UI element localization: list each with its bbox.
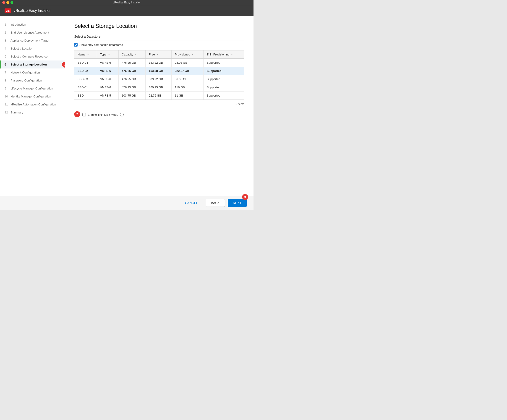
sort-icon: ▼ — [108, 53, 110, 56]
footer: CANCEL BACK 3 NEXT — [0, 196, 254, 210]
sidebar-item-11[interactable]: 11vRealize Automation Configuration — [0, 100, 65, 108]
thin-disk-label: Enable Thin Disk Mode — [88, 113, 118, 116]
sidebar-item-label: Summary — [10, 111, 23, 114]
table-header-row: Name▼Type▼Capacity▼Free▼Provisioned▼Thin… — [74, 50, 244, 59]
table-row[interactable]: SSDVMFS-5103.75 GB92.75 GB11 GBSupported — [74, 92, 244, 100]
table-cell: 11 GB — [171, 92, 203, 100]
thin-disk-info-icon[interactable]: i — [120, 113, 124, 116]
sidebar-step-num: 3 — [5, 39, 9, 42]
table-cell: 389.92 GB — [145, 75, 171, 83]
sidebar-item-12[interactable]: 12Summary — [0, 108, 65, 116]
column-label: Provisioned — [175, 53, 190, 56]
table-cell: 476.25 GB — [119, 67, 145, 75]
sidebar-item-label: Select a Compute Resource — [10, 55, 48, 58]
table-cell: VMFS-6 — [97, 59, 119, 67]
datastore-table-container: Name▼Type▼Capacity▼Free▼Provisioned▼Thin… — [74, 50, 244, 100]
table-cell: Supported — [203, 67, 244, 75]
sidebar: 1Introduction2End User License Agreement… — [0, 16, 65, 196]
sidebar-item-label: Password Configuration — [10, 79, 42, 82]
table-cell: 153.38 GB — [145, 67, 171, 75]
next-button-container: 3 NEXT — [228, 199, 247, 207]
table-cell: 86.33 GB — [171, 75, 203, 83]
sidebar-item-10[interactable]: 10Identity Manager Configuration — [0, 93, 65, 100]
annotation-badge-3: 3 — [242, 194, 248, 200]
titlebar: vRealize Easy Installer — [0, 0, 254, 5]
column-label: Capacity — [122, 53, 134, 56]
table-cell: 322.87 GB — [171, 67, 203, 75]
table-cell: Supported — [203, 59, 244, 67]
main-container: 1Introduction2End User License Agreement… — [0, 16, 254, 196]
table-cell: 476.25 GB — [119, 59, 145, 67]
sidebar-item-2[interactable]: 2End User License Agreement — [0, 28, 65, 36]
cancel-button[interactable]: CANCEL — [180, 199, 203, 206]
sidebar-item-label: Introduction — [10, 23, 26, 26]
table-column-header[interactable]: Provisioned▼ — [171, 50, 203, 59]
table-column-header[interactable]: Thin Provisioning▼ — [203, 50, 244, 59]
table-row[interactable]: SSD-03VMFS-6476.25 GB389.92 GB86.33 GBSu… — [74, 75, 244, 83]
table-cell: Supported — [203, 75, 244, 83]
show-compatible-row: Show only compatible datastores — [74, 43, 244, 47]
sidebar-step-num: 12 — [5, 111, 9, 114]
table-cell: VMFS-6 — [97, 83, 119, 92]
show-compatible-checkbox[interactable] — [74, 43, 77, 47]
content-area: Select a Storage Location Select a Datas… — [65, 16, 254, 196]
sidebar-step-num: 2 — [5, 31, 9, 34]
sidebar-item-label: Identity Manager Configuration — [10, 95, 51, 98]
sort-icon: ▼ — [192, 53, 194, 56]
sidebar-item-label: Appliance Deployment Target — [10, 39, 49, 42]
sidebar-item-label: Network Configuration — [10, 71, 40, 74]
table-cell: 92.75 GB — [145, 92, 171, 100]
sidebar-item-6[interactable]: 6Select a Storage Location1 — [0, 60, 65, 69]
table-row[interactable]: SSD-02VMFS-6476.25 GB153.38 GB322.87 GBS… — [74, 67, 244, 75]
table-cell: 103.75 GB — [119, 92, 145, 100]
column-label: Type — [100, 53, 106, 56]
table-footer: 5 items — [74, 102, 244, 107]
column-label: Thin Provisioning — [207, 53, 230, 56]
sort-icon: ▼ — [231, 53, 233, 56]
sidebar-item-5[interactable]: 5Select a Compute Resource — [0, 52, 65, 60]
sidebar-item-1[interactable]: 1Introduction — [0, 21, 65, 28]
table-column-header[interactable]: Capacity▼ — [119, 50, 145, 59]
show-compatible-label: Show only compatible datastores — [79, 43, 123, 47]
sort-icon: ▼ — [87, 53, 89, 56]
sidebar-item-7[interactable]: 7Network Configuration — [0, 69, 65, 77]
table-cell: VMFS-6 — [97, 67, 119, 75]
sort-icon: ▼ — [135, 53, 137, 56]
next-button[interactable]: NEXT — [228, 199, 247, 207]
table-column-header[interactable]: Name▼ — [74, 50, 97, 59]
table-cell: 93.03 GB — [171, 59, 203, 67]
sidebar-step-num: 11 — [5, 103, 9, 106]
sidebar-item-3[interactable]: 3Appliance Deployment Target — [0, 36, 65, 44]
sidebar-item-label: Select a Location — [10, 47, 33, 50]
back-button[interactable]: BACK — [206, 199, 225, 207]
sidebar-step-num: 6 — [5, 63, 9, 66]
minimize-button[interactable] — [6, 1, 9, 4]
thin-disk-row: Enable Thin Disk Mode i — [82, 113, 124, 116]
thin-disk-checkbox[interactable] — [82, 113, 86, 116]
sidebar-item-4[interactable]: 4Select a Location — [0, 44, 65, 52]
thin-disk-section: 2 Enable Thin Disk Mode i — [74, 111, 244, 117]
sidebar-step-num: 10 — [5, 95, 9, 98]
table-row[interactable]: SSD-01VMFS-6476.25 GB360.25 GB116 GBSupp… — [74, 83, 244, 92]
table-cell: 360.25 GB — [145, 83, 171, 92]
maximize-button[interactable] — [10, 1, 13, 4]
column-label: Free — [149, 53, 155, 56]
annotation-badge-2: 2 — [74, 111, 80, 117]
table-cell: Supported — [203, 83, 244, 92]
sidebar-item-label: vRealize Automation Configuration — [10, 103, 56, 106]
sidebar-item-8[interactable]: 8Password Configuration — [0, 77, 65, 85]
sidebar-item-label: End User License Agreement — [10, 31, 49, 34]
sidebar-step-num: 9 — [5, 87, 9, 90]
sidebar-item-9[interactable]: 9Lifecycle Manager Configuration — [0, 85, 65, 93]
table-row[interactable]: SSD-04VMFS-6476.25 GB383.22 GB93.03 GBSu… — [74, 59, 244, 67]
close-button[interactable] — [2, 1, 5, 4]
app-title: vRealize Easy Installer — [14, 9, 51, 13]
table-column-header[interactable]: Type▼ — [97, 50, 119, 59]
sidebar-item-label: Lifecycle Manager Configuration — [10, 87, 53, 90]
sidebar-step-num: 8 — [5, 79, 9, 82]
table-body[interactable]: SSD-04VMFS-6476.25 GB383.22 GB93.03 GBSu… — [74, 59, 244, 100]
section-label: Select a Datastore — [74, 35, 244, 40]
titlebar-title: vRealize Easy Installer — [113, 1, 141, 4]
sidebar-item-label: Select a Storage Location — [10, 63, 47, 66]
table-column-header[interactable]: Free▼ — [145, 50, 171, 59]
